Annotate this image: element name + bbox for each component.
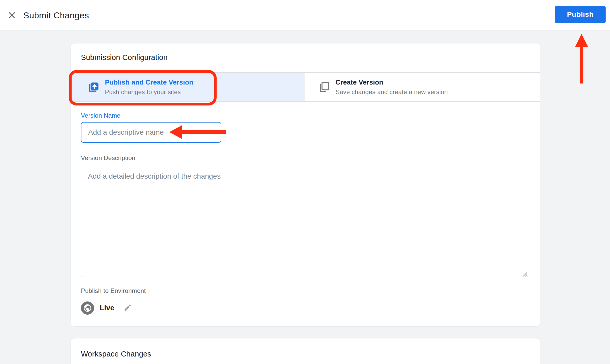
version-description-label: Version Description [81,154,135,162]
close-button[interactable] [6,10,18,21]
pencil-icon [124,304,132,313]
textarea-resize-handle[interactable] [521,270,528,277]
submission-configuration-card: Submission Configuration Publish and Cre… [71,43,540,327]
arrow-up-head [575,34,588,47]
version-name-input[interactable] [81,122,221,143]
edit-environment-button[interactable] [123,304,132,312]
workspace-changes-card: Workspace Changes [71,338,540,364]
page-title: Submit Changes [23,0,89,31]
option-subtitle: Push changes to your sites [105,88,193,96]
option-create-version[interactable]: Create Version Save changes and create a… [304,73,540,101]
option-publish-and-create-version[interactable]: Publish and Create Version Push changes … [71,73,304,101]
environment-row: Live [81,301,132,315]
copy-icon [317,81,330,94]
close-icon [7,10,17,21]
option-text-block: Create Version Save changes and create a… [335,78,448,96]
annotation-arrow-up [575,34,588,84]
option-title: Publish and Create Version [105,78,193,86]
publish-button[interactable]: Publish [555,6,606,23]
version-name-label: Version Name [81,112,120,119]
version-description-textarea[interactable] [81,165,528,277]
publish-upload-icon [87,81,100,94]
submission-configuration-title: Submission Configuration [81,53,167,62]
option-text-block: Publish and Create Version Push changes … [105,78,193,96]
publish-to-environment-label: Publish to Environment [81,287,146,294]
option-subtitle: Save changes and create a new version [335,88,448,96]
workspace-changes-title: Workspace Changes [81,350,151,358]
dialog-header: Submit Changes Publish [0,0,610,31]
arrow-up-shaft [580,47,583,84]
environment-value: Live [100,304,114,312]
globe-icon [81,301,94,315]
submission-type-selector: Publish and Create Version Push changes … [71,72,540,102]
option-title: Create Version [335,78,448,86]
